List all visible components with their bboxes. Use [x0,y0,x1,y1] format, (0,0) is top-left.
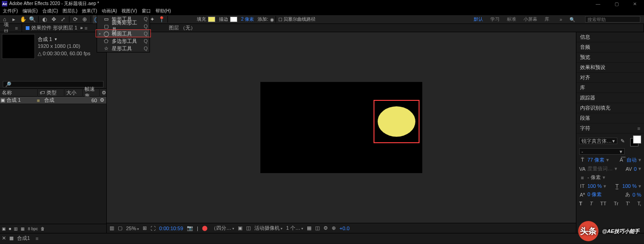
bezier-label[interactable]: 贝塞尔曲线路径 [283,16,316,23]
timeline-comp[interactable]: 合成1 [17,235,30,242]
close-icon[interactable]: ✕ [2,235,6,241]
menu-composition[interactable]: 合成(C) [42,8,58,14]
panel-libraries[interactable]: 库 [576,83,644,93]
trash-icon[interactable]: 🗑 [40,227,45,231]
zoom-tool-icon[interactable]: 🔍 [28,15,36,23]
menu-animation[interactable]: 动画(A) [102,8,117,14]
stroke-swatch[interactable] [230,17,237,22]
col-name[interactable]: 名称 [2,89,12,96]
menu-layer[interactable]: 图层(L) [63,8,77,14]
panel-effects-presets[interactable]: 效果和预设 [576,63,644,73]
camera-select[interactable]: 活动摄像机 [254,225,282,232]
footer-icon[interactable]: ▥ [14,227,18,231]
bpc-label[interactable]: 8 bpc [28,227,38,231]
orbit-tool-icon[interactable]: ◐ [40,15,49,23]
rounded-rect-tool-item[interactable]: ▢圆角矩形工具Q [97,23,150,30]
snapshot-icon[interactable]: 📷 [187,225,193,231]
comp-thumbnail[interactable] [2,34,35,59]
ellipse-tool-item[interactable]: •◯椭圆工具Q [97,30,150,37]
tab-effect-controls[interactable]: 效果控件 形状图层 1 [31,24,77,31]
stroke-width[interactable]: - 像素 [587,174,601,181]
workspace-more-icon[interactable]: » [559,17,562,22]
tracking[interactable]: 0 [634,166,637,172]
help-search[interactable] [585,16,640,23]
panel-preview[interactable]: 预览 [576,52,644,63]
workspace-lib[interactable]: 库 [545,16,549,23]
panel-align[interactable]: 对齐 [576,73,644,83]
zoom-value[interactable]: 25% [126,226,139,231]
footer-icon[interactable]: ◫ [246,225,251,231]
font-select[interactable]: 锐字真言体…▾ [579,138,617,144]
rotate-tool-icon[interactable]: ⟳ [71,15,80,23]
color-chips[interactable] [627,135,641,146]
star-tool-item[interactable]: ☆星形工具Q [97,45,150,52]
help-search-input[interactable] [587,17,638,22]
style-caps[interactable]: TT [600,201,606,206]
style-smallcaps[interactable]: Tr [614,201,618,206]
quality-select[interactable]: （四分… [211,225,234,232]
tab-layer-none[interactable]: 图层 （无） [169,24,196,31]
workspace-standard[interactable]: 标准 [507,16,516,23]
menu-file[interactable]: 文件(F) [3,8,18,14]
polygon-tool-item[interactable]: ⬠多边形工具Q [97,37,150,45]
viewer-body[interactable] [107,32,576,223]
panel-audio[interactable]: 音频 [576,42,644,52]
ellipse-shape[interactable] [378,106,415,137]
panel-character[interactable]: 字符≡ [576,123,644,134]
kerning[interactable]: 度量值词… [587,165,613,172]
panel-paragraph[interactable]: 段落 [576,113,644,123]
style-super[interactable]: T' [626,201,630,206]
footer-icon[interactable]: ▦ [21,227,25,231]
timeline-menu-icon[interactable]: ≡ [35,236,38,241]
menu-help[interactable]: 帮助(H) [155,8,171,14]
hand-tool-icon[interactable]: ✋ [19,15,27,23]
col-size[interactable]: 大小 [66,89,76,96]
workspace-learn[interactable]: 学习 [490,16,500,23]
composition-canvas[interactable] [260,82,422,173]
workspace-small[interactable]: 小屏幕 [523,16,537,23]
stroke-width[interactable]: 2 像素 [241,16,254,23]
menu-window[interactable]: 窗口 [142,8,151,14]
exposure-value[interactable]: +0.0 [339,226,350,231]
time-display[interactable]: 0:00:10:59 [159,226,183,231]
style-italic[interactable]: T [590,201,593,206]
footer-icon[interactable]: ⊞ [143,225,147,231]
home-icon[interactable]: ⌂ [0,15,9,23]
leading[interactable]: 自动 [627,157,637,163]
font-size[interactable]: 77 像素 [587,157,604,163]
footer-icon[interactable]: ▢ [118,225,122,231]
scale-h[interactable]: 100 % [622,183,637,189]
close-button[interactable]: ✕ [626,0,644,7]
footer-icon[interactable]: ▣ [238,225,242,231]
minimize-button[interactable]: — [589,0,607,7]
menu-edit[interactable]: 编辑(E) [23,8,38,14]
eyedropper-icon[interactable]: ✎ [619,138,626,144]
panel-content-aware[interactable]: 内容识别填充 [576,103,644,113]
panel-tracker[interactable]: 跟踪器 [576,93,644,103]
footer-icon[interactable]: ▣ [2,227,6,231]
col-type[interactable]: 类型 [46,89,57,96]
font-weight[interactable]: -▾ [579,148,625,155]
panel-info[interactable]: 信息 [576,32,644,42]
project-item-row[interactable]: ▣ 合成 1 ■ 合成 60 ⚙ [0,97,106,104]
channel-icon[interactable]: ⬤ [202,225,207,231]
tsume[interactable]: 0 % [632,192,641,198]
baseline[interactable]: 0 像素 [587,191,602,198]
footer-icon[interactable]: ⚙ [323,225,328,231]
pan-tool-icon[interactable]: ✥ [50,15,58,23]
menu-view[interactable]: 视图(V) [121,8,137,14]
color-label[interactable] [10,237,13,240]
style-bold[interactable]: T [579,201,582,206]
footer-icon[interactable]: ⛶ [150,226,155,231]
menu-effect[interactable]: 效果(T) [82,8,97,14]
maximize-button[interactable]: ▢ [607,0,626,7]
footer-icon[interactable]: ■ [9,227,11,231]
fill-swatch[interactable] [208,17,215,22]
selection-tool-icon[interactable]: ▸ [10,15,18,23]
footer-icon[interactable]: ⊕ [332,225,336,231]
puppet-tool-icon[interactable]: 📍 [157,15,166,23]
dolly-tool-icon[interactable]: ⤢ [59,15,67,23]
views-select[interactable]: 1 个… [286,225,303,232]
anchor-tool-icon[interactable]: ⊕ [80,15,89,23]
scale-v[interactable]: 100 % [587,183,602,189]
